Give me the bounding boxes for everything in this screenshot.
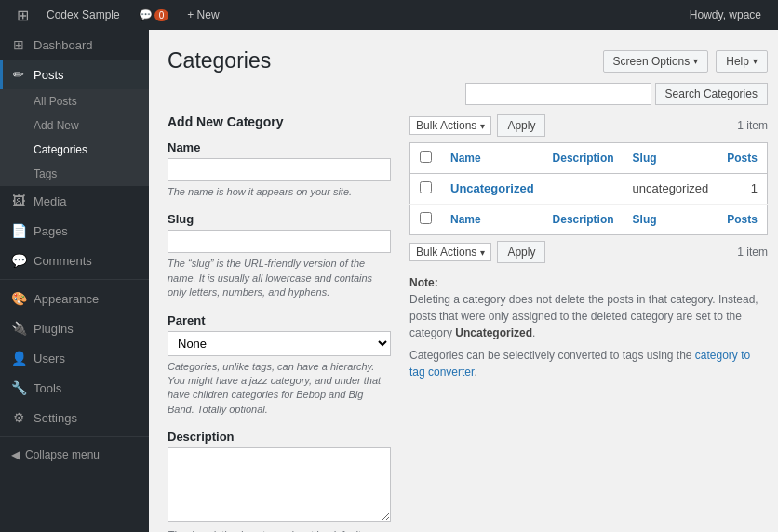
comments-bar-item[interactable]: 💬 0 [129, 0, 179, 30]
new-content-bar-item[interactable]: + New [178, 0, 228, 30]
comments-icon: 💬 [11, 253, 26, 268]
sidebar-item-label-settings: Settings [34, 411, 77, 425]
note-text2-before: Categories can be selectively converted … [409, 349, 695, 362]
sidebar-item-media[interactable]: 🖼 Media [0, 186, 149, 216]
help-chevron-icon: ▾ [753, 56, 758, 66]
name-field-group: Name The name is how it appears on your … [168, 140, 391, 199]
apply-button-bottom[interactable]: Apply [497, 241, 545, 263]
sidebar-item-posts[interactable]: ✏ Posts [0, 60, 149, 89]
sidebar-item-categories[interactable]: Categories [0, 138, 149, 162]
main-columns: Add New Category Name The name is how it… [168, 114, 768, 532]
slug-input[interactable] [168, 230, 391, 253]
help-label: Help [726, 55, 749, 68]
slug-hint: The “slug” is the URL-friendly version o… [168, 257, 391, 299]
admin-menu: ⊞ Dashboard ✏ Posts All Posts Add New Ca… [0, 30, 149, 532]
sidebar-item-add-new[interactable]: Add New [0, 113, 149, 138]
media-icon: 🖼 [11, 193, 26, 208]
parent-label: Parent [168, 313, 391, 327]
sidebar-item-label-plugins: Plugins [34, 322, 74, 336]
page-title-area: Categories Screen Options ▾ Help ▾ [168, 48, 768, 73]
table-head: Name Description Slug Posts [410, 143, 768, 174]
table-row: Uncategorized uncategorized 1 [410, 174, 768, 205]
select-all-checkbox-top[interactable] [420, 151, 432, 163]
row-name-cell: Uncategorized [441, 174, 543, 205]
help-button[interactable]: Help ▾ [716, 50, 768, 73]
sidebar-item-plugins[interactable]: 🔌 Plugins [0, 313, 149, 343]
bulk-actions-label-top: Bulk Actions [416, 119, 476, 132]
tablenav-bottom-left: Bulk Actions ▾ Apply [409, 241, 545, 263]
wp-logo-icon[interactable]: ⊞ [7, 0, 37, 30]
tfoot-slug[interactable]: Slug [624, 205, 718, 235]
tfoot-checkbox [410, 205, 442, 235]
note-label: Note: [409, 276, 438, 289]
apply-button-top[interactable]: Apply [497, 114, 545, 137]
row-checkbox-cell [410, 174, 442, 205]
tfoot-description[interactable]: Description [543, 205, 624, 235]
sidebar-item-appearance[interactable]: 🎨 Appearance [0, 284, 149, 313]
note-text2-end: . [474, 366, 476, 379]
sidebar-item-tags[interactable]: Tags [0, 162, 149, 186]
main-content: Categories Screen Options ▾ Help ▾ Searc… [149, 30, 778, 532]
category-link[interactable]: Uncategorized [450, 181, 534, 195]
add-new-section-title: Add New Category [168, 114, 391, 129]
slug-field-group: Slug The “slug” is the URL-friendly vers… [168, 212, 391, 299]
th-description[interactable]: Description [543, 143, 624, 174]
description-textarea[interactable] [168, 447, 391, 522]
th-checkbox [410, 143, 442, 174]
description-hint: The description is not prominent by defa… [168, 528, 391, 532]
select-all-checkbox-bottom[interactable] [420, 212, 432, 224]
bulk-actions-chevron-icon-bottom: ▾ [480, 247, 485, 258]
row-checkbox[interactable] [420, 181, 432, 193]
sidebar-item-all-posts[interactable]: All Posts [0, 89, 149, 113]
sidebar-item-settings[interactable]: ⚙ Settings [0, 403, 149, 432]
name-label: Name [168, 140, 391, 154]
parent-select[interactable]: None [168, 331, 391, 356]
th-posts[interactable]: Posts [718, 143, 767, 174]
howdy-label[interactable]: Howdy, wpace [680, 0, 771, 30]
table-foot: Name Description Slug Posts [410, 205, 768, 235]
name-input[interactable] [168, 158, 391, 181]
sidebar-item-users[interactable]: 👤 Users [0, 343, 149, 373]
sidebar-item-label-comments: Comments [34, 254, 92, 268]
table-foot-row: Name Description Slug Posts [410, 205, 768, 235]
bulk-actions-label-bottom: Bulk Actions [416, 246, 476, 259]
parent-select-wrap: None [168, 331, 391, 356]
search-categories-button[interactable]: Search Categories [655, 83, 768, 105]
collapse-menu-button[interactable]: ◀ Collapse menu [0, 441, 149, 469]
sidebar-item-tools[interactable]: 🔧 Tools [0, 373, 149, 403]
admin-bar-right: Howdy, wpace [680, 0, 771, 30]
sidebar-item-label-dashboard: Dashboard [34, 38, 93, 52]
screen-options-button[interactable]: Screen Options ▾ [603, 50, 709, 73]
admin-bar: ⊞ Codex Sample 💬 0 + New Howdy, wpace [0, 0, 778, 30]
sidebar-item-dashboard[interactable]: ⊞ Dashboard [0, 30, 149, 60]
search-box: Search Categories [168, 83, 768, 105]
note-section: Note: Deleting a category does not delet… [409, 274, 768, 380]
sidebar-item-pages[interactable]: 📄 Pages [0, 216, 149, 246]
slug-label: Slug [168, 212, 391, 226]
screen-options-chevron-icon: ▾ [693, 56, 698, 66]
description-label: Description [168, 430, 391, 444]
comment-count: 0 [154, 9, 169, 21]
sidebar-item-label-posts: Posts [34, 68, 64, 82]
note-uncategorized-bold: Uncategorized [455, 326, 532, 339]
tfoot-name[interactable]: Name [441, 205, 543, 235]
tools-icon: 🔧 [11, 380, 26, 395]
th-name[interactable]: Name [441, 143, 543, 174]
table-body: Uncategorized uncategorized 1 [410, 174, 768, 205]
content-wrap: Categories Screen Options ▾ Help ▾ Searc… [149, 30, 778, 532]
dashboard-icon: ⊞ [11, 37, 26, 52]
sidebar-item-label-pages: Pages [34, 224, 68, 238]
posts-icon: ✏ [11, 67, 26, 82]
categories-table-section: Bulk Actions ▾ Apply 1 item [409, 114, 768, 386]
sidebar-item-comments[interactable]: 💬 Comments [0, 246, 149, 275]
comment-icon: 💬 [139, 8, 153, 21]
th-slug[interactable]: Slug [624, 143, 718, 174]
bulk-actions-chevron-icon-top: ▾ [480, 121, 485, 131]
parent-field-group: Parent None Categories, unlike tags, can… [168, 313, 391, 418]
search-input[interactable] [465, 83, 651, 105]
site-name-bar-item[interactable]: Codex Sample [37, 0, 129, 30]
top-buttons: Screen Options ▾ Help ▾ [603, 50, 768, 73]
sidebar-item-label-media: Media [34, 194, 66, 208]
tfoot-posts[interactable]: Posts [718, 205, 767, 235]
menu-separator-2 [0, 436, 149, 437]
